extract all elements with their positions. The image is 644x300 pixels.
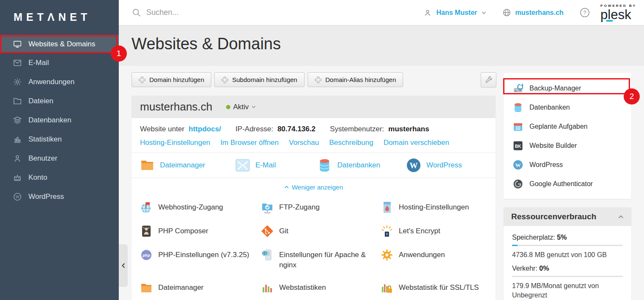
google-authenticator-item[interactable]: Google Authenticator	[504, 174, 631, 193]
sidebar-item-email[interactable]: E-Mail	[0, 53, 119, 72]
right-tools-card: Backup-Manager Datenbanken Geplante Aufg…	[504, 73, 631, 199]
chevron-down-icon[interactable]	[482, 11, 486, 14]
sidebar-item-datenbanken[interactable]: Datenbanken	[0, 110, 119, 130]
help-icon[interactable]: ?	[580, 7, 590, 18]
tool-ftp-access[interactable]: FTP-Zugang	[261, 201, 381, 214]
php-settings-icon: php	[140, 249, 153, 261]
ip-value: 80.74.136.2	[277, 123, 316, 135]
gear-icon	[13, 77, 22, 87]
quick-email[interactable]: E-Mail	[235, 158, 317, 173]
description-link[interactable]: Beschreibung	[329, 139, 373, 147]
current-domain-link[interactable]: musterhans.ch	[515, 9, 564, 17]
sidebar-item-websites-domains[interactable]: Websites & Domains	[0, 35, 119, 53]
layers-icon	[13, 116, 22, 125]
svg-text:php: php	[142, 253, 150, 258]
sidebar-item-label: Anwendungen	[28, 78, 75, 86]
sidebar-item-statistiken[interactable]: Statistiken	[0, 130, 119, 149]
database-icon	[317, 158, 332, 173]
page-title: Websites & Domains	[132, 25, 644, 72]
add-domain-alias-button[interactable]: Domain-Alias hinzufügen	[308, 72, 403, 87]
sidebar-item-wordpress[interactable]: W WordPress	[0, 187, 119, 206]
settings-wrench-button[interactable]	[481, 72, 496, 88]
tool-php-composer[interactable]: PHP Composer	[140, 225, 261, 238]
app-root: METΛNET Websites & Domains E-Mail Anwend…	[0, 0, 644, 300]
sidebar-collapse-handle[interactable]	[119, 244, 128, 287]
sidebar-item-label: Benutzer	[28, 154, 57, 163]
sidebar-item-anwendungen[interactable]: Anwendungen	[0, 72, 119, 91]
domain-status-dropdown[interactable]: Aktiv	[226, 103, 256, 111]
resource-usage-header[interactable]: Ressourcenverbrauch	[504, 207, 631, 226]
tool-web-statistics-ssl[interactable]: Webstatistik für SSL/TLS	[381, 281, 487, 294]
website-builder-item[interactable]: BK Website Builder	[504, 136, 631, 155]
sidebar-item-dateien[interactable]: Dateien	[0, 91, 119, 110]
tool-web-statistics[interactable]: Webstatistiken	[261, 281, 381, 294]
main-content: Websites & Domains Domain hinzufügen Sub…	[119, 25, 644, 300]
scheduled-tasks-item[interactable]: Geplante Aufgaben	[504, 117, 631, 136]
wordpress-icon: W	[406, 158, 421, 173]
step-badge-2: 2	[624, 88, 640, 105]
bar-chart-icon	[13, 135, 22, 144]
crown-icon	[13, 173, 22, 182]
search-input[interactable]	[146, 8, 282, 17]
tool-apache-nginx-settings[interactable]: Einstellungen für Apache & nginx	[261, 249, 381, 270]
database-icon	[513, 102, 523, 113]
resource-usage-card: Ressourcenverbrauch Speicherplatz: 5% 47…	[504, 207, 631, 300]
disk-usage-bar	[512, 245, 623, 246]
topbar-right: Hans Muster musterhans.ch ? POWERED BY p…	[423, 3, 644, 22]
sidebar-item-konto[interactable]: Konto	[0, 168, 119, 187]
user-menu[interactable]: Hans Muster	[436, 9, 477, 17]
file-manager-icon	[140, 281, 153, 294]
open-in-browser-link[interactable]: Im Browser öffnen	[220, 139, 279, 147]
sidebar-item-label: Statistiken	[28, 135, 62, 144]
backup-manager-item[interactable]: Backup-Manager	[504, 79, 631, 98]
domain-card-header: musterhans.ch Aktiv	[132, 96, 496, 118]
quick-databases[interactable]: Datenbanken	[317, 158, 406, 173]
lets-encrypt-icon	[381, 225, 393, 238]
databases-item[interactable]: Datenbanken	[504, 98, 631, 117]
httpdocs-link[interactable]: httpdocs/	[189, 123, 221, 135]
webhosting-access-icon	[140, 201, 153, 214]
backup-manager-icon	[513, 83, 523, 93]
apache-nginx-icon	[261, 249, 274, 261]
google-authenticator-icon	[513, 179, 523, 189]
status-dot	[226, 105, 230, 109]
sidebar-item-label: Websites & Domains	[28, 40, 95, 48]
sidebar-item-benutzer[interactable]: Benutzer	[0, 149, 119, 168]
wordpress-item[interactable]: W WordPress	[504, 155, 631, 174]
traffic-usage-line: Verkehr: 0%	[512, 265, 623, 272]
tool-file-manager[interactable]: Dateimanager	[140, 281, 261, 294]
tool-php-settings[interactable]: php PHP-Einstellungen (v7.3.25)	[140, 249, 261, 270]
preview-link[interactable]: Vorschau	[289, 139, 319, 147]
chevron-left-icon	[121, 263, 126, 269]
user-icon	[423, 8, 432, 17]
wordpress-icon: W	[513, 160, 523, 170]
tool-anwendungen[interactable]: Anwendungen	[381, 249, 487, 270]
applications-gear-icon	[381, 249, 393, 261]
sidebar-item-label: E-Mail	[28, 59, 49, 67]
add-domain-button[interactable]: Domain hinzufügen	[132, 72, 211, 87]
hosting-settings-link[interactable]: Hosting-Einstellungen	[140, 139, 210, 147]
calendar-icon	[513, 122, 523, 132]
traffic-usage-detail: 179.9 MB/Monat genutzt von Unbegrenzt	[512, 281, 623, 300]
right-column: Backup-Manager Datenbanken Geplante Aufg…	[504, 73, 631, 300]
tool-hosting-settings[interactable]: Hosting-Einstellungen	[381, 201, 487, 214]
quick-icons-row: Dateimanager E-Mail Datenbanken W Wo	[140, 153, 487, 178]
monitor-icon	[13, 40, 22, 49]
tool-git[interactable]: Git	[261, 225, 381, 238]
domain-tools-grid: Webhosting-Zugang FTP-Zugang Hosting-Ein…	[140, 196, 487, 300]
domain-info-row: Website unter httpdocs/ IP-Adresse: 80.7…	[140, 118, 487, 135]
tool-lets-encrypt[interactable]: Let's Encrypt	[381, 225, 487, 238]
sysuser-label: Systembenutzer:	[330, 123, 384, 135]
ftp-access-icon	[261, 201, 274, 214]
sidebar: METΛNET Websites & Domains E-Mail Anwend…	[0, 0, 119, 300]
website-builder-icon: BK	[513, 141, 523, 151]
show-less-link[interactable]: Weniger anzeigen	[140, 178, 487, 196]
quick-file-manager[interactable]: Dateimanager	[140, 158, 235, 173]
ip-label: IP-Adresse:	[235, 123, 273, 135]
step-badge-1: 1	[111, 45, 127, 62]
quick-wordpress[interactable]: W WordPress	[406, 158, 487, 173]
move-domain-link[interactable]: Domain verschieben	[384, 139, 449, 147]
tool-webhosting-access[interactable]: Webhosting-Zugang	[140, 201, 261, 214]
add-subdomain-button[interactable]: Subdomain hinzufügen	[214, 72, 304, 87]
web-statistics-icon	[261, 281, 274, 294]
